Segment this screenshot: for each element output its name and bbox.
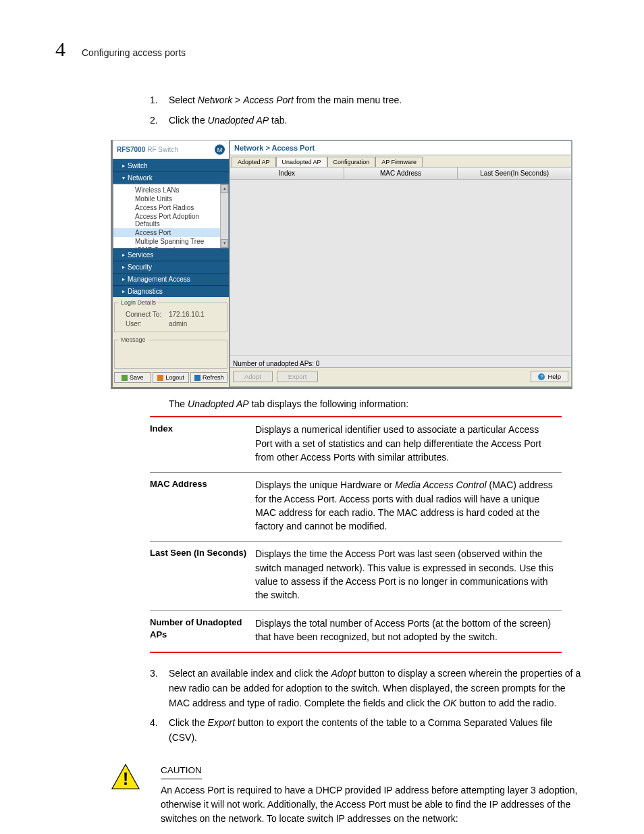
tree-item[interactable]: Multiple Spanning Tree <box>113 237 228 246</box>
nav-diagnostics[interactable]: ▸Diagnostics <box>113 285 229 297</box>
tree-node-icon <box>126 205 132 211</box>
connect-to-value: 172.16.10.1 <box>169 311 205 318</box>
user-label: User: <box>126 320 169 328</box>
tab[interactable]: Unadopted AP <box>276 157 327 167</box>
tree-node-icon <box>126 230 132 236</box>
chapter-title: Configuring access ports <box>82 47 186 58</box>
table-row: Last Seen (In Seconds)Displays the time … <box>150 542 562 610</box>
step: 1.Select Network > Access Port from the … <box>150 93 582 108</box>
field-name: Last Seen (In Seconds) <box>150 542 255 610</box>
breadcrumb: Network > Access Port <box>230 140 572 155</box>
refresh-icon <box>194 375 200 381</box>
nav-network[interactable]: ▾Network <box>113 172 229 184</box>
tree-node-icon <box>126 217 132 223</box>
tree-scrollbar[interactable]: ▴ ▾ <box>220 184 228 248</box>
product-title-bar: RFS7000 RF Switch M <box>113 140 229 159</box>
caution-block: ! CAUTION An Access Port is required to … <box>111 763 582 826</box>
chevron-right-icon: ▸ <box>122 252 125 258</box>
tab[interactable]: Adopted AP <box>232 157 276 167</box>
message-legend: Message <box>119 336 148 343</box>
logout-icon <box>157 375 163 381</box>
field-name: Index <box>150 417 255 472</box>
field-name: Number of Unadopted APs <box>150 610 255 652</box>
nav-services[interactable]: ▸Services <box>113 249 229 261</box>
caution-heading: CAUTION <box>161 764 202 779</box>
grid: Index MAC Address Last Seen(In Seconds) … <box>230 167 572 368</box>
tree-item[interactable]: Access Port Adoption Defaults <box>113 212 228 228</box>
message-box: Message <box>114 336 227 369</box>
nav-switch[interactable]: ▸Switch <box>113 159 229 172</box>
connect-to-label: Connect To: <box>126 311 169 318</box>
page-header: 4 Configuring access ports <box>55 38 582 61</box>
step: 3.Select an available index and click th… <box>150 667 582 710</box>
chevron-right-icon: ▸ <box>122 288 125 294</box>
field-name: MAC Address <box>150 473 255 542</box>
nav-tree: Wireless LANsMobile UnitsAccess Port Rad… <box>113 184 229 249</box>
col-lastseen[interactable]: Last Seen(In Seconds) <box>458 167 571 179</box>
caution-text: An Access Port is required to have a DHC… <box>161 785 577 824</box>
tab[interactable]: AP Firmware <box>375 157 423 167</box>
chapter-number: 4 <box>55 38 65 61</box>
table-row: MAC AddressDisplays the unique Hardware … <box>150 473 562 542</box>
login-details-box: Login Details Connect To: 172.16.10.1 Us… <box>114 299 227 332</box>
login-legend: Login Details <box>119 299 158 306</box>
adopt-button[interactable]: Adopt <box>233 371 273 382</box>
field-desc: Displays the total number of Access Port… <box>255 610 562 652</box>
tree-node-icon <box>126 197 132 202</box>
logout-button[interactable]: Logout <box>153 372 190 383</box>
refresh-button[interactable]: Refresh <box>190 372 227 383</box>
steps-list-2: 3.Select an available index and click th… <box>150 667 582 745</box>
svg-text:!: ! <box>123 768 129 789</box>
tree-node-icon <box>126 188 132 193</box>
export-button[interactable]: Export <box>277 371 318 382</box>
chevron-right-icon: ▸ <box>122 276 125 282</box>
field-desc: Displays the time the Access Port was la… <box>255 542 562 610</box>
save-button[interactable]: Save <box>114 372 151 383</box>
table-row: Number of Unadopted APsDisplays the tota… <box>150 610 562 652</box>
col-mac[interactable]: MAC Address <box>344 167 458 179</box>
step: 4.Click the Export button to export the … <box>150 716 582 745</box>
save-icon <box>122 375 128 381</box>
scroll-down-icon[interactable]: ▾ <box>221 239 228 248</box>
status-line: Number of unadopted APs: 0 <box>230 355 571 369</box>
tab[interactable]: Configuration <box>327 157 376 167</box>
help-button[interactable]: ? Help <box>531 371 568 382</box>
step: 2.Click the Unadopted AP tab. <box>150 113 582 128</box>
brand-logo: M <box>215 145 225 155</box>
tree-item[interactable]: Access Port <box>113 228 228 237</box>
desc-intro: The Unadopted AP tab displays the follow… <box>169 398 582 409</box>
tree-item[interactable]: IGMP Snooping <box>113 246 228 249</box>
tree-item[interactable]: Wireless LANs <box>113 186 228 194</box>
chevron-down-icon: ▾ <box>122 175 125 181</box>
field-desc: Displays the unique Hardware or Media Ac… <box>255 473 562 542</box>
caution-icon: ! <box>111 763 140 792</box>
col-index[interactable]: Index <box>230 167 344 179</box>
help-icon: ? <box>538 373 545 380</box>
user-value: admin <box>169 320 187 328</box>
steps-list-1: 1.Select Network > Access Port from the … <box>150 93 582 128</box>
nav-security[interactable]: ▸Security <box>113 261 229 273</box>
product-name: RFS7000 <box>117 146 145 153</box>
tree-node-icon <box>126 239 132 244</box>
tree-item[interactable]: Mobile Units <box>113 194 228 203</box>
sidebar: RFS7000 RF Switch M ▸Switch ▾Network Wir… <box>113 140 230 387</box>
tree-node-icon <box>126 248 132 249</box>
scroll-up-icon[interactable]: ▴ <box>221 184 228 193</box>
product-subtitle: RF Switch <box>147 146 178 153</box>
table-row: IndexDisplays a numerical identifier use… <box>150 417 562 472</box>
grid-body[interactable] <box>230 180 571 355</box>
chevron-right-icon: ▸ <box>122 163 125 169</box>
tree-item[interactable]: Access Port Radios <box>113 203 228 212</box>
tab-bar: Adopted APUnadopted APConfigurationAP Fi… <box>230 155 572 167</box>
main-pane: Network > Access Port Adopted APUnadopte… <box>230 140 572 387</box>
field-desc: Displays a numerical identifier used to … <box>255 417 562 472</box>
screenshot-panel: RFS7000 RF Switch M ▸Switch ▾Network Wir… <box>111 140 572 389</box>
field-description-table: IndexDisplays a numerical identifier use… <box>150 416 562 653</box>
nav-management[interactable]: ▸Management Access <box>113 273 229 285</box>
chevron-right-icon: ▸ <box>122 264 125 270</box>
